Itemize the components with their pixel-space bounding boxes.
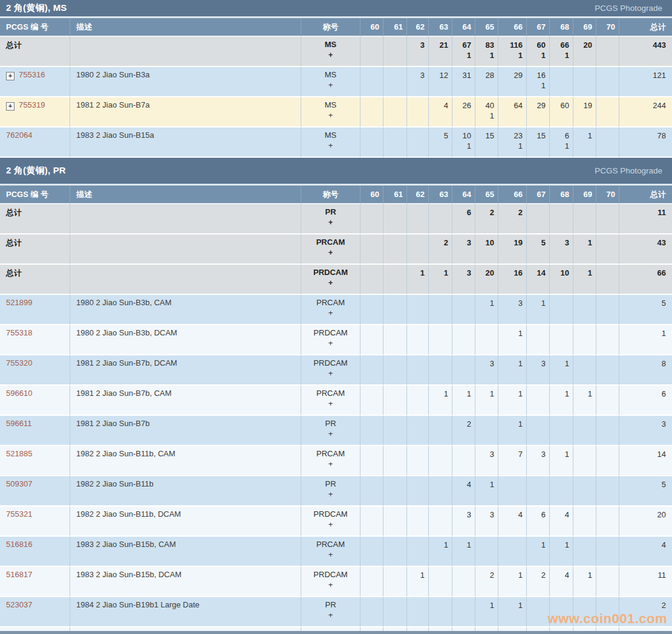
grade-cell-62 (406, 416, 428, 446)
pcgs-number-link[interactable]: 521899 (6, 298, 32, 307)
grade-cell-64: 4 (452, 476, 475, 506)
pcgs-number-link[interactable]: 509307 (6, 479, 32, 488)
grade-cell-63: 21 (428, 37, 452, 67)
coin-description: 1983 2 Jiao Sun-B15b, DCAM (70, 567, 301, 597)
grade-cell-64 (452, 567, 475, 597)
grade-count: 19 (573, 100, 592, 111)
pcgs-number-link[interactable]: 755318 (6, 328, 32, 337)
expand-icon[interactable]: + (6, 102, 15, 111)
grade-plus-count: 1 (475, 111, 494, 121)
grade-count: 16 (498, 268, 523, 278)
designation-label: PRDCAM (301, 570, 360, 579)
designation-plus: + (301, 549, 360, 560)
grade-cell-60 (360, 537, 383, 567)
grade-cell-60 (360, 235, 383, 265)
grade-cell-60 (360, 128, 383, 158)
grade-cell-62 (406, 537, 428, 567)
grade-count: 40 (475, 100, 494, 111)
grade-count: 1 (452, 389, 471, 399)
grade-cell-65: 1 (475, 386, 498, 416)
designation-cell: PRCAM+ (301, 537, 360, 567)
coin-description (70, 235, 301, 265)
pcgs-number-link[interactable]: 516817 (6, 570, 32, 579)
column-header-grade-67: 67 (526, 186, 549, 204)
grade-count: 31 (452, 70, 471, 80)
grade-cell-65: 2 (475, 567, 498, 597)
grade-cell-60 (360, 476, 383, 506)
total-label: 总计 (6, 268, 22, 277)
grade-cell-66 (498, 537, 526, 567)
grade-count: 1 (498, 570, 523, 580)
pcgs-number-link[interactable]: 596611 (6, 419, 31, 428)
grade-cell-62 (406, 235, 428, 265)
grade-cell-66: 1161 (498, 37, 526, 67)
grade-cell-67: 15 (526, 128, 549, 158)
photograde-link[interactable]: PCGS Photograde (595, 4, 672, 13)
population-table: PCGS 编 号描述称号6061626364656667686970总计总计MS… (0, 18, 672, 158)
grade-cell-63 (428, 416, 452, 446)
coin-description: 1983 2 Jiao Sun-B15b, CAM (70, 537, 301, 567)
grade-cell-64: 671 (452, 37, 475, 67)
grade-cell-68 (549, 325, 573, 355)
grade-cell-65: 2 (475, 204, 498, 235)
grade-cell-68 (549, 295, 573, 325)
grade-cell-69 (573, 204, 596, 235)
designation-label: PR (301, 207, 360, 216)
grade-cell-67: 29 (526, 97, 549, 128)
grade-cell-60 (360, 67, 383, 97)
grade-cell-70 (596, 235, 619, 265)
grade-count: 1 (475, 479, 494, 490)
designation-cell: PRDCAM+ (301, 355, 360, 386)
total-label: 总计 (6, 208, 22, 217)
designation-plus: + (301, 609, 360, 621)
grade-count: 3 (475, 509, 494, 520)
pcgs-number-cell: 755320 (0, 355, 70, 386)
pcgs-number-link[interactable]: 755321 (6, 509, 32, 519)
pcgs-number-link[interactable]: 755316 (19, 70, 45, 79)
grade-cell-62 (406, 355, 428, 386)
designation-label: PR (301, 479, 360, 488)
grade-cell-68: 61 (549, 128, 573, 158)
pcgs-number-link[interactable]: 521885 (6, 449, 32, 458)
designation-plus: + (301, 277, 360, 288)
row-total: 6 (619, 386, 672, 416)
column-header-grade-70: 70 (596, 186, 619, 204)
pcgs-number-link[interactable]: 755320 (6, 358, 32, 367)
designation-label: MS (301, 131, 360, 140)
total-row: 总计PRCAM+23101953143 (0, 235, 672, 265)
pcgs-number-link[interactable]: 755319 (19, 100, 45, 109)
pcgs-number-link[interactable]: 523037 (6, 600, 32, 609)
designation-cell: PRCAM+ (301, 446, 360, 476)
designation-plus: + (301, 109, 360, 121)
grade-count: 1 (550, 540, 569, 550)
pcgs-number-link[interactable]: 516816 (6, 540, 32, 549)
photograde-link[interactable]: PCGS Photograde (595, 166, 672, 175)
grade-cell-65: 1 (475, 295, 498, 325)
grade-cell-69: 20 (573, 37, 596, 67)
column-header-grade-64: 64 (452, 186, 475, 204)
grade-cell-64: 6 (452, 204, 475, 235)
grade-count: 6 (452, 207, 471, 218)
column-header-grade-69: 69 (573, 18, 596, 37)
grade-cell-68 (549, 67, 573, 97)
pcgs-number-cell: 762064 (0, 128, 70, 158)
pcgs-number-link[interactable]: 596610 (6, 389, 32, 398)
grade-count: 5 (429, 131, 448, 141)
column-header-grade-62: 62 (406, 186, 428, 204)
designation-plus: + (301, 79, 360, 91)
pcgs-number-cell: +755319 (0, 97, 70, 128)
column-header-grade-68: 68 (549, 186, 573, 204)
grade-cell-64: 3 (452, 506, 475, 537)
grade-cell-60 (360, 597, 383, 627)
grade-cell-67: 1 (526, 295, 549, 325)
pcgs-number-link[interactable]: 762064 (6, 131, 32, 140)
expand-icon[interactable]: + (6, 72, 15, 80)
grade-cell-68 (549, 416, 573, 446)
grade-count: 3 (498, 298, 523, 308)
designation-cell: PR+ (301, 476, 360, 506)
grade-cell-62 (406, 97, 428, 128)
total-label: 总计 (6, 40, 22, 50)
grade-cell-66: 64 (498, 97, 526, 128)
table-row: 5168161983 2 Jiao Sun-B15b, CAMPRCAM+111… (0, 537, 672, 567)
grade-cell-64: 31 (452, 67, 475, 97)
